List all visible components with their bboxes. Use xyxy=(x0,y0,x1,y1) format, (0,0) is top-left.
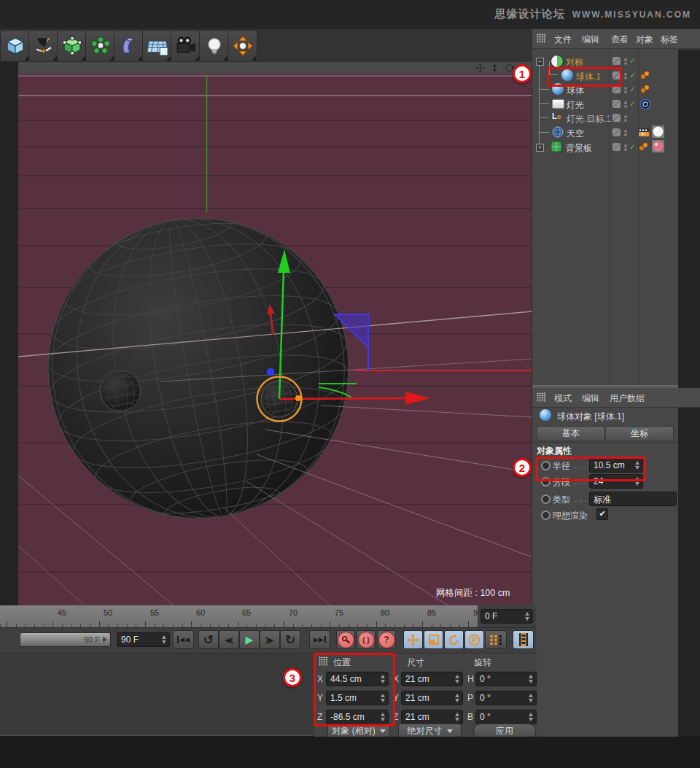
visibility-dots[interactable] xyxy=(624,58,627,66)
om-menu-edit[interactable]: 编辑 xyxy=(582,34,599,46)
am-menu-userdata[interactable]: 用户数据 xyxy=(610,392,645,405)
phong-tag-icon[interactable] xyxy=(639,70,650,81)
om-menu-tags[interactable]: 标签 xyxy=(661,34,678,46)
stepper-icon[interactable] xyxy=(455,694,460,702)
timeline-ruler[interactable]: 45 50 55 60 65 70 75 80 85 90 xyxy=(0,605,478,627)
object-row-light-target[interactable]: Lo 灯光.目标.1 xyxy=(532,111,678,125)
timeline-slider[interactable]: 90 F xyxy=(20,632,111,647)
target-tag-icon[interactable] xyxy=(639,98,650,109)
keyframe-parameter-button[interactable]: P xyxy=(464,630,484,649)
end-frame-field[interactable]: 90 F xyxy=(117,632,170,647)
panel-grip[interactable] xyxy=(537,392,546,402)
deformer-tool-icon[interactable] xyxy=(114,30,144,62)
stepper-icon[interactable] xyxy=(529,694,534,702)
visibility-toggle-icon[interactable] xyxy=(612,114,621,122)
light-icon xyxy=(205,36,224,55)
point-level-animation-button[interactable] xyxy=(485,630,507,649)
light-tool-icon[interactable] xyxy=(199,30,229,62)
gizmo-z-dot[interactable] xyxy=(267,368,275,376)
om-menu-file[interactable]: 文件 xyxy=(554,34,572,46)
radio-type[interactable] xyxy=(541,494,551,504)
camera-tool-icon[interactable] xyxy=(171,30,201,62)
enabled-check-icon[interactable]: ✓ xyxy=(629,142,636,152)
floor-tool-icon[interactable] xyxy=(142,30,172,62)
record-parameters-button[interactable]: ( ) xyxy=(357,630,376,649)
previous-key-button[interactable]: ◀( xyxy=(219,630,239,649)
stepper-icon[interactable] xyxy=(529,713,534,721)
slider-arrow-icon xyxy=(103,637,107,643)
move-view-icon[interactable] xyxy=(475,63,485,73)
object-row-background[interactable]: + 背景板 ✓ xyxy=(532,140,678,154)
enabled-check-icon[interactable]: ✓ xyxy=(629,85,636,94)
enabled-check-icon[interactable]: ✓ xyxy=(629,71,636,80)
stepper-icon[interactable] xyxy=(162,635,167,644)
tick-label: 65 xyxy=(242,608,251,617)
cube-tool-icon[interactable] xyxy=(0,30,30,62)
type-dropdown[interactable]: 标准 xyxy=(589,492,677,506)
am-menu-mode[interactable]: 模式 xyxy=(554,392,572,405)
expand-box-icon[interactable]: + xyxy=(536,144,544,152)
size-y-field[interactable]: 21 cm xyxy=(401,691,463,705)
size-z-field[interactable]: 21 cm xyxy=(401,710,463,724)
visibility-toggle-icon[interactable] xyxy=(612,128,621,136)
object-row-symmetry[interactable]: − 对称 ✓ xyxy=(532,54,678,68)
stepper-icon[interactable] xyxy=(529,675,534,683)
bottom-right-panel xyxy=(537,653,678,737)
enabled-check-icon[interactable]: ✓ xyxy=(629,56,636,66)
visibility-toggle-icon[interactable] xyxy=(612,143,621,151)
loop-button[interactable]: ↻ xyxy=(280,630,300,649)
dolly-view-icon[interactable] xyxy=(490,63,499,73)
visibility-dots[interactable] xyxy=(624,86,627,94)
visibility-dots[interactable] xyxy=(624,129,627,137)
rotation-p-field[interactable]: 0 ° xyxy=(475,691,537,705)
keyframe-rotation-button[interactable] xyxy=(444,630,464,649)
stepper-icon[interactable] xyxy=(455,675,460,683)
render-preview-button[interactable] xyxy=(513,630,534,649)
am-menu-edit[interactable]: 编辑 xyxy=(582,392,599,405)
visibility-dots[interactable] xyxy=(624,115,627,123)
panel-grip[interactable] xyxy=(537,34,546,43)
compositing-tag-icon[interactable] xyxy=(638,127,649,138)
render-perfect-checkbox[interactable]: ✔ xyxy=(596,508,608,520)
visibility-dots[interactable] xyxy=(624,72,627,80)
viewport-canvas[interactable]: 网格间距 : 100 cm xyxy=(18,74,532,605)
keyframe-scale-button[interactable] xyxy=(424,630,443,649)
rotation-h-field[interactable]: 0 ° xyxy=(475,672,537,686)
om-menu-object[interactable]: 对象 xyxy=(636,34,653,46)
subdivision-tool-icon[interactable] xyxy=(57,30,87,62)
emitter-tool-icon[interactable] xyxy=(228,30,257,62)
rotation-b-field[interactable]: 0 ° xyxy=(475,710,537,724)
object-row-light[interactable]: 灯光 ✓ xyxy=(532,97,678,111)
keyframe-position-button[interactable] xyxy=(403,630,423,649)
material-manager-area[interactable] xyxy=(0,653,314,736)
phong-tag-icon[interactable] xyxy=(639,84,650,95)
collapse-box-icon[interactable]: − xyxy=(536,58,544,66)
tab-basic[interactable]: 基本 xyxy=(537,426,605,441)
play-backward-button[interactable]: ↺ xyxy=(198,630,219,649)
array-tool-icon[interactable] xyxy=(85,30,115,62)
visibility-toggle-icon[interactable] xyxy=(612,57,621,65)
visibility-dots[interactable] xyxy=(624,101,627,109)
go-to-end-button[interactable]: ▶▶ xyxy=(309,630,330,649)
next-key-button[interactable]: )▶ xyxy=(260,630,280,649)
go-to-start-button[interactable]: ◀◀ xyxy=(173,630,194,649)
object-row-sky[interactable]: 天空 xyxy=(532,125,678,139)
play-button[interactable]: ▶ xyxy=(239,630,260,649)
phong-tag-icon[interactable] xyxy=(638,141,649,152)
radio-render-perfect[interactable] xyxy=(541,511,551,520)
autokey-help-button[interactable]: ? xyxy=(377,630,396,649)
material-tag-pink[interactable] xyxy=(652,140,664,152)
material-tag-white[interactable] xyxy=(652,125,664,138)
visibility-dots[interactable] xyxy=(624,144,627,152)
size-x-field[interactable]: 21 cm xyxy=(401,672,463,686)
stepper-icon[interactable] xyxy=(455,713,460,721)
current-frame-field[interactable]: 0 F xyxy=(481,609,533,624)
om-menu-view[interactable]: 查看 xyxy=(611,34,629,46)
tab-coordinates[interactable]: 坐标 xyxy=(605,426,674,441)
film-strip-icon xyxy=(518,633,529,646)
visibility-toggle-icon[interactable] xyxy=(612,100,621,108)
stepper-icon[interactable] xyxy=(525,612,530,621)
record-keyframe-button[interactable] xyxy=(336,630,355,649)
pen-tool-icon[interactable] xyxy=(28,30,58,62)
enabled-check-icon[interactable]: ✓ xyxy=(629,99,636,109)
